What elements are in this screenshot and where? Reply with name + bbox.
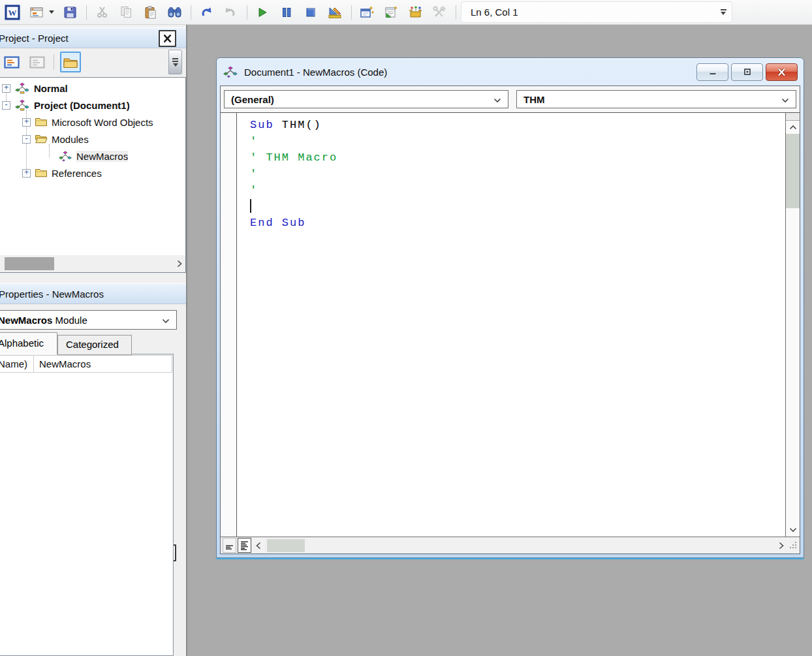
design-mode-icon	[328, 6, 342, 19]
split-handle[interactable]	[786, 113, 800, 121]
copy-button[interactable]	[117, 3, 135, 22]
scroll-right-arrow-icon[interactable]	[174, 255, 185, 272]
vbe-application: W	[0, 0, 812, 656]
code-line: End Sub	[250, 215, 785, 231]
minimize-button[interactable]	[696, 63, 728, 81]
cut-button[interactable]	[93, 3, 111, 22]
view-code-button[interactable]	[1, 52, 22, 72]
scroll-up-arrow-icon[interactable]	[786, 121, 800, 134]
tree-item-label: Project (Document1)	[34, 100, 130, 111]
object-browser-button[interactable]	[406, 3, 424, 22]
scrollbar-thumb[interactable]	[267, 539, 305, 552]
insert-userform-dropdown-arrow[interactable]	[49, 10, 54, 14]
toolbar-separator	[456, 5, 456, 20]
scroll-right-arrow-icon[interactable]	[775, 542, 787, 550]
code-text[interactable]: Sub THM()'' THM Macro'' End Sub	[237, 113, 785, 537]
property-row[interactable]: (Name) NewMacros	[0, 355, 172, 373]
selected-object-name: NewMacros	[0, 315, 52, 326]
tree-item-project-document1[interactable]: - Project (Document1)	[0, 97, 185, 114]
docked-panels: Project - Project	[0, 25, 187, 656]
expand-toggle[interactable]: +	[22, 118, 31, 127]
properties-window-button[interactable]	[382, 3, 400, 22]
code-window-titlebar[interactable]: Document1 - NewMacros (Code)	[220, 58, 800, 86]
paste-button[interactable]	[141, 3, 159, 22]
toolbar-separator	[191, 5, 191, 20]
tab-categorized[interactable]: Categorized	[57, 335, 132, 355]
scrollbar-thumb[interactable]	[786, 134, 800, 208]
scroll-left-arrow-icon[interactable]	[0, 255, 3, 272]
design-mode-button[interactable]	[326, 3, 344, 22]
tree-item-modules[interactable]: - Modules	[0, 131, 185, 148]
redo-button[interactable]	[221, 3, 240, 22]
properties-tabs: Alphabetic Categorized	[0, 332, 186, 354]
procedure-dropdown[interactable]: THM	[516, 90, 796, 108]
tree-item-microsoft-word-objects[interactable]: + Microsoft Word Objects	[0, 114, 185, 131]
code-window-content: (General) THM Sub THM()'' THM Macro'' En…	[220, 86, 800, 554]
project-explorer-tree: + Normal - Project (Document1) + Microso…	[0, 77, 186, 273]
tree-item-references[interactable]: + References	[0, 164, 185, 181]
object-browser-icon	[409, 6, 422, 18]
vertical-scrollbar[interactable]	[785, 113, 800, 537]
project-icon	[14, 82, 30, 95]
project-panel-close-button[interactable]	[159, 30, 176, 47]
toolbar-separator	[86, 5, 87, 20]
margin-indicator-bar[interactable]	[221, 113, 237, 537]
project-panel-titlebar[interactable]: Project - Project	[0, 27, 186, 48]
minimize-icon	[708, 68, 717, 76]
chevron-down-icon[interactable]	[493, 94, 501, 105]
property-value-cell[interactable]: NewMacros	[34, 356, 172, 372]
project-panel-title: Project - Project	[0, 33, 69, 44]
expand-toggle[interactable]: -	[2, 101, 10, 110]
chevron-down-icon[interactable]	[162, 315, 170, 326]
view-code-icon	[4, 56, 20, 69]
toolbar-separator	[54, 54, 54, 70]
scroll-down-arrow-icon[interactable]	[786, 523, 800, 537]
chevron-down-icon[interactable]	[781, 94, 789, 105]
find-icon	[168, 7, 181, 18]
panel-options-button[interactable]	[168, 50, 182, 74]
reset-button[interactable]	[302, 3, 320, 22]
undo-icon	[200, 7, 213, 18]
run-macro-button[interactable]	[253, 3, 272, 22]
undo-button[interactable]	[197, 3, 215, 22]
tree-item-newmacros[interactable]: NewMacros	[0, 148, 185, 164]
close-window-button[interactable]	[766, 63, 798, 81]
project-explorer-button[interactable]	[358, 3, 376, 22]
resize-grip[interactable]	[790, 542, 798, 550]
procedure-view-button[interactable]	[223, 538, 236, 553]
scroll-left-arrow-icon[interactable]	[253, 542, 264, 550]
scrollbar-track[interactable]	[786, 208, 800, 523]
scrollbar-thumb[interactable]	[5, 257, 54, 270]
full-module-view-icon	[241, 541, 248, 550]
toolbar-options-button[interactable]	[718, 9, 728, 15]
project-tree-horizontal-scrollbar[interactable]	[0, 255, 185, 272]
view-microsoft-word-button[interactable]: W	[3, 3, 22, 22]
toolbar-options-icon	[721, 9, 726, 10]
properties-panel-title: Properties - NewMacros	[0, 289, 104, 300]
expand-toggle[interactable]: -	[22, 135, 31, 144]
full-module-view-button[interactable]	[238, 538, 251, 553]
insert-userform-button[interactable]	[27, 3, 46, 22]
view-object-button[interactable]	[27, 52, 48, 72]
toggle-folders-button[interactable]	[60, 52, 81, 72]
find-button[interactable]	[165, 3, 183, 22]
tree-item-normal[interactable]: + Normal	[0, 80, 185, 97]
properties-object-selector[interactable]: NewMacros Module	[0, 310, 177, 330]
expand-toggle[interactable]: +	[2, 84, 10, 93]
save-button[interactable]	[61, 3, 79, 22]
project-panel-toolbar	[0, 48, 186, 76]
break-button[interactable]	[277, 3, 296, 22]
svg-text:W: W	[8, 8, 17, 18]
tab-alphabetic[interactable]: Alphabetic	[0, 332, 57, 354]
horizontal-scrollbar[interactable]	[221, 537, 800, 554]
properties-window-icon	[384, 6, 398, 18]
properties-panel-titlebar[interactable]: Properties - NewMacros	[0, 283, 186, 304]
close-icon	[163, 34, 172, 43]
maximize-button[interactable]	[731, 63, 763, 81]
toolbox-button[interactable]	[430, 3, 448, 22]
project-icon	[14, 99, 30, 112]
expand-toggle[interactable]: +	[22, 169, 31, 178]
copy-icon	[120, 6, 133, 18]
object-dropdown[interactable]: (General)	[224, 90, 508, 108]
project-tree: + Normal - Project (Document1) + Microso…	[0, 78, 185, 181]
